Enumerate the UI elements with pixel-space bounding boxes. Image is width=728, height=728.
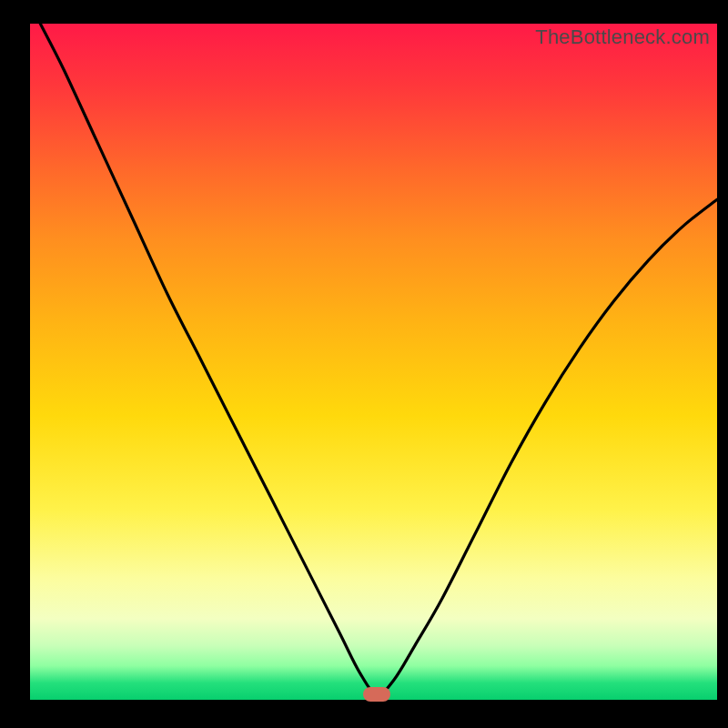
plot-area: TheBottleneck.com: [30, 24, 717, 700]
optimum-marker: [363, 687, 390, 702]
bottleneck-curve: [30, 24, 717, 700]
chart-frame: TheBottleneck.com: [0, 0, 728, 728]
